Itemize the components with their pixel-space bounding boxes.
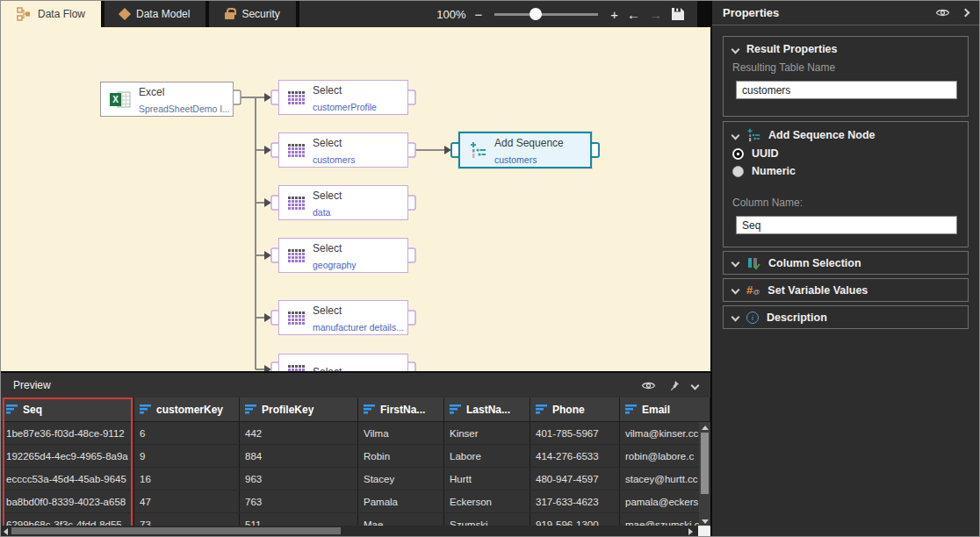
node-select-geography[interactable]: Select geography xyxy=(278,238,408,273)
sort-bars-icon xyxy=(625,405,637,414)
node-select-manufacturer-details[interactable]: Select manufacturer details... xyxy=(278,300,408,335)
vertical-scrollbar[interactable] xyxy=(699,422,710,527)
table-grid-icon xyxy=(288,249,305,262)
column-header-firstname[interactable]: FirstNa... xyxy=(358,397,444,421)
preview-panel: Preview Seq customerKey ProfileKey First… xyxy=(1,371,710,536)
node-subtitle: geography xyxy=(313,260,357,270)
chevron-down-icon xyxy=(731,259,740,268)
sort-bars-icon xyxy=(245,405,256,414)
svg-text:X: X xyxy=(112,95,119,104)
result-properties-header[interactable]: Result Properties xyxy=(732,43,959,55)
tab-data-flow[interactable]: Data Flow xyxy=(1,1,101,27)
radio-unselected-icon[interactable] xyxy=(732,166,744,177)
table-row[interactable]: ba8bd0f0-8339-4023-a65847763PamalaEckers… xyxy=(1,490,710,513)
radio-selected-icon[interactable] xyxy=(732,148,744,160)
table-row[interactable]: ecccc53a-45d4-45ab-964516963StaceyHurtt4… xyxy=(1,468,710,490)
sort-bars-icon xyxy=(364,405,375,414)
scroll-down-arrow[interactable] xyxy=(702,519,709,524)
node-select-customerprofile[interactable]: Select customerProfile xyxy=(278,80,408,115)
preview-column-headers: Seq customerKey ProfileKey FirstNa... La… xyxy=(1,397,710,422)
variables-icon: #@ xyxy=(746,284,760,296)
column-selection-section[interactable]: Column Selection xyxy=(723,251,969,275)
canvas-toolbar: 100% − + ← → xyxy=(299,1,697,27)
tab-label: Data Model xyxy=(136,8,190,20)
zoom-in-button[interactable]: + xyxy=(610,8,618,21)
node-select-customers[interactable]: Select customers xyxy=(278,132,408,168)
undo-button[interactable]: ← xyxy=(627,8,640,21)
preview-rows: 1be87e36-f03d-48ce-91126442VilmaKinser40… xyxy=(1,422,710,527)
node-select-partial[interactable]: Select xyxy=(278,354,408,371)
pin-icon[interactable] xyxy=(668,380,680,391)
tab-data-model[interactable]: Data Model xyxy=(104,1,205,27)
scroll-up-arrow[interactable] xyxy=(702,426,709,430)
zoom-slider-thumb[interactable] xyxy=(530,8,542,20)
tab-security[interactable]: Security xyxy=(209,1,295,27)
save-icon[interactable] xyxy=(671,7,685,21)
column-header-seq[interactable]: Seq xyxy=(1,397,134,421)
column-header-phone[interactable]: Phone xyxy=(530,397,620,421)
node-title: Select xyxy=(313,137,342,149)
preview-title: Preview xyxy=(13,379,629,391)
column-selection-icon xyxy=(746,256,760,270)
eye-icon[interactable] xyxy=(935,8,950,18)
collapse-preview-icon[interactable] xyxy=(691,381,700,390)
node-title: Select xyxy=(313,242,342,254)
node-select-data[interactable]: Select data xyxy=(278,185,408,220)
redo-button[interactable]: → xyxy=(649,8,662,21)
sequence-list-icon xyxy=(746,128,760,142)
node-excel-source[interactable]: X Excel SpreadSheetDemo I... xyxy=(100,82,234,117)
column-name-input[interactable] xyxy=(736,216,957,234)
result-properties-section: Result Properties Resulting Table Name xyxy=(723,36,969,117)
table-grid-icon xyxy=(288,365,305,372)
scroll-right-arrow[interactable] xyxy=(688,528,693,535)
column-header-email[interactable]: Email xyxy=(620,397,710,421)
scroll-left-arrow[interactable] xyxy=(4,528,8,535)
vertical-scroll-thumb[interactable] xyxy=(701,433,709,494)
info-icon: i xyxy=(746,311,759,324)
sort-bars-icon xyxy=(140,405,151,414)
properties-header: Properties xyxy=(712,1,979,25)
eye-icon[interactable] xyxy=(641,381,656,390)
chevron-down-icon xyxy=(731,131,740,140)
description-section[interactable]: i Description xyxy=(723,305,969,329)
sort-bars-icon xyxy=(450,405,461,414)
resulting-table-name-label: Resulting Table Name xyxy=(732,61,959,74)
properties-title: Properties xyxy=(723,6,923,19)
properties-panel: Properties Result Properties Resulting T… xyxy=(710,1,979,536)
add-sequence-node-header[interactable]: Add Sequence Node xyxy=(732,128,959,142)
node-add-sequence-selected[interactable]: Add Sequence customers xyxy=(458,132,592,168)
excel-icon: X xyxy=(110,91,131,108)
node-title: Select xyxy=(313,84,342,97)
top-tab-bar: Data Flow Data Model Security 100% − + ←… xyxy=(1,1,710,27)
column-header-customerkey[interactable]: customerKey xyxy=(134,397,240,421)
collapse-panel-icon[interactable] xyxy=(962,9,970,18)
column-header-lastname[interactable]: LastNa... xyxy=(444,397,530,421)
numeric-option[interactable]: Numeric xyxy=(732,165,959,177)
scrollbar-corner xyxy=(698,526,710,536)
uuid-option[interactable]: UUID xyxy=(732,147,959,160)
sort-bars-icon xyxy=(536,405,547,414)
node-subtitle: customers xyxy=(494,154,537,165)
horizontal-scrollbar[interactable] xyxy=(1,526,710,536)
resulting-table-name-input[interactable] xyxy=(736,81,957,99)
table-grid-icon xyxy=(288,144,305,157)
table-row[interactable]: 192265d4-4ec9-4965-8a9a9884RobinLabore41… xyxy=(1,445,710,468)
column-header-profilekey[interactable]: ProfileKey xyxy=(240,397,358,421)
node-subtitle: customers xyxy=(313,154,355,165)
column-name-label: Column Name: xyxy=(732,197,959,209)
table-row[interactable]: 1be87e36-f03d-48ce-91126442VilmaKinser40… xyxy=(1,422,710,445)
table-grid-icon xyxy=(288,197,305,210)
node-title: Add Sequence xyxy=(494,137,564,149)
node-title: Select xyxy=(313,304,342,317)
data-model-icon xyxy=(119,8,131,20)
chevron-down-icon xyxy=(731,286,740,295)
zoom-slider[interactable] xyxy=(494,13,598,16)
zoom-out-button[interactable]: − xyxy=(474,8,482,21)
data-flow-canvas[interactable]: X Excel SpreadSheetDemo I... Select cust… xyxy=(1,27,710,371)
node-title: Select xyxy=(313,190,342,202)
tab-label: Data Flow xyxy=(38,8,85,20)
horizontal-scroll-thumb[interactable] xyxy=(11,527,341,534)
add-sequence-node-section: Add Sequence Node UUID Numeric Column Na… xyxy=(723,121,969,247)
set-variable-values-section[interactable]: #@ Set Variable Values xyxy=(723,278,969,302)
node-subtitle: manufacturer details... xyxy=(313,322,404,333)
